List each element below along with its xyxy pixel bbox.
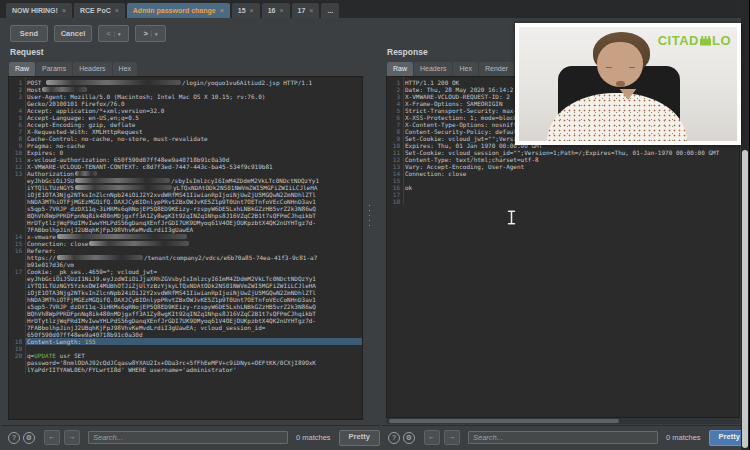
code-line: eyJhbGciOiJSUzI1NiJ9.eyJzdWIiOiJjaXRhZGV… (9, 275, 362, 282)
request-tab-raw[interactable]: Raw (9, 62, 35, 76)
response-tab-hex[interactable]: Hex (453, 62, 477, 76)
tab-label: 17 (298, 7, 306, 14)
gutter-divider (25, 77, 26, 373)
repeater-tab--[interactable]: ... (321, 3, 339, 18)
search-prev-button[interactable]: ← (44, 430, 60, 445)
presenter-eye (606, 67, 612, 69)
burp-repeater-window: NOW HIRING!×RCE PoC×Admin password chang… (0, 0, 750, 450)
close-icon[interactable]: × (309, 7, 313, 14)
code-line: b91e017d36/vm (9, 261, 362, 268)
request-status-bar: ? ⚙ ← → 0 matches Pretty (2, 425, 380, 449)
response-tab-headers[interactable]: Headers (414, 62, 452, 76)
prev-request-button[interactable]: <▾ (98, 25, 129, 42)
code-line: hNDA3MThiOTFjMGEzMGQifQ.OAXJCyBIOnlypPRv… (9, 296, 362, 303)
search-next-button[interactable]: → (64, 430, 80, 445)
repeater-tab-admin-password-change[interactable]: Admin password change× (127, 3, 230, 18)
code-line: 7FABbolhpJinjJ2UBqhKjFpJ98VhvKeMvdLrdiI3… (9, 324, 362, 331)
scrollbar-thumb[interactable] (742, 150, 748, 448)
code-line: 19 (9, 345, 362, 352)
code-line: 15 (387, 177, 739, 184)
chevron-down-icon[interactable]: ▾ (114, 31, 121, 37)
search-prev-button[interactable]: ← (424, 430, 440, 445)
redaction-blur (75, 171, 97, 176)
code-line: s5qp5-7VRJP_dzDX11q-3iHRMs6qRNojEP5Q8ED9… (9, 205, 362, 212)
code-line: lYaPdrIITYAWL0Eh/FYLwrtI8d' WHERE userna… (9, 366, 362, 373)
code-line: 3User-Agent: Mozilla/5.0 (Macintosh; Int… (9, 93, 362, 100)
code-line: BQhVh8WpPPRDFpnNq8ik480nMDjgxff3A1Zy8wgK… (9, 310, 362, 317)
castle-icon (700, 35, 711, 46)
redaction-blur (57, 255, 143, 260)
help-icon[interactable]: ? (388, 432, 400, 444)
send-button[interactable]: Send (10, 25, 48, 42)
request-pretty-button[interactable]: Pretty (339, 430, 380, 446)
next-label: > (144, 29, 148, 38)
repeater-tab-17[interactable]: 17× (292, 3, 320, 18)
repeater-tab-bar: NOW HIRING!×RCE PoC×Admin password chang… (0, 0, 750, 18)
code-line: 11Set-Cookie: vcloud_session_id="";Versi… (387, 149, 739, 156)
code-line: 17Cookie: _pk_ses..4659=*; vcloud_jwt= (9, 268, 362, 275)
cancel-button[interactable]: Cancel (54, 25, 92, 42)
response-panel-title: Response (387, 47, 428, 57)
repeater-tab-now-hiring-[interactable]: NOW HIRING!× (6, 3, 72, 18)
tab-label: ... (327, 7, 333, 14)
code-line: 5Accept-Language: en-US,en;q=0.5 (9, 114, 362, 121)
gear-icon[interactable]: ⚙ (23, 432, 35, 444)
code-line: 20q=UPDATE usr SET (9, 352, 362, 359)
repeater-tab-15[interactable]: 15× (232, 3, 260, 18)
request-tab-headers[interactable]: Headers (73, 62, 111, 76)
close-icon[interactable]: × (279, 7, 283, 14)
repeater-tab-16[interactable]: 16× (262, 3, 290, 18)
code-line: password='8nmlODAJ92cQdJCqasw8YXAU2Ix+OD… (9, 359, 362, 366)
request-tab-hex[interactable]: Hex (113, 62, 137, 76)
request-tab-params[interactable]: Params (36, 62, 72, 76)
next-request-button[interactable]: >▾ (135, 25, 166, 42)
code-line: 13Vary: Accept-Encoding, User-Agent (387, 163, 739, 170)
code-line: 2Host (9, 86, 362, 93)
gear-icon[interactable]: ⚙ (403, 432, 415, 444)
page-vertical-scrollbar[interactable] (741, 0, 750, 450)
tab-label: 16 (268, 7, 276, 14)
code-line: 1POST /login/yoquo1vu6Aitiud2.jsp HTTP/1… (9, 79, 362, 86)
response-editor-tabs: RawHeadersHexRender (387, 60, 515, 76)
code-line: iYTQlLTUzNGY5yLTQxNDAtODk2NS01NWVmZWI5MG… (9, 184, 362, 191)
redaction-blur (89, 241, 189, 246)
request-editor-tabs: RawParamsHeadersHex (9, 60, 138, 76)
panel-splitter-handle[interactable] (367, 203, 372, 227)
code-line: 12Content-Type: text/html;charset=utf-8 (387, 156, 739, 163)
code-line: 650f590d07ff48ee9a40718b91c0a30d (9, 331, 362, 338)
repeater-tab-rce-poc[interactable]: RCE PoC× (74, 3, 125, 18)
request-panel-title: Request (10, 47, 44, 57)
request-search-input[interactable] (88, 431, 288, 444)
request-editor[interactable]: 1POST /login/yoquo1vu6Aitiud2.jsp HTTP/1… (8, 76, 363, 420)
logo-text-suffix: LO (712, 33, 731, 48)
response-tab-raw[interactable]: Raw (387, 62, 413, 76)
logo-text-prefix: CITAD (658, 33, 699, 48)
request-raw-text[interactable]: 1POST /login/yoquo1vu6Aitiud2.jsp HTTP/1… (9, 77, 362, 373)
redaction-blur (75, 178, 170, 183)
text-cursor-icon (507, 210, 516, 229)
tab-label: NOW HIRING! (12, 7, 58, 14)
request-match-count: 0 matches (296, 433, 331, 442)
code-line: 11x-vcloud-authorization: 650f590d07ff48… (9, 156, 362, 163)
response-tab-render[interactable]: Render (479, 62, 514, 76)
response-match-count: 0 matches (666, 433, 701, 442)
response-search-input[interactable] (468, 431, 658, 444)
scrollbar-thumb[interactable] (389, 419, 619, 423)
redaction-blur (57, 234, 187, 239)
code-line: https:///tenant/company2/vdcs/e6b70a85-7… (9, 254, 362, 261)
help-icon[interactable]: ? (8, 432, 20, 444)
chevron-down-icon[interactable]: ▾ (151, 31, 158, 37)
close-icon[interactable]: × (115, 7, 119, 14)
close-icon[interactable]: × (250, 7, 254, 14)
search-next-button[interactable]: → (444, 430, 460, 445)
code-line: Gecko/20100101 Firefox/76.0 (9, 100, 362, 107)
code-line: 14x-vmware (9, 233, 362, 240)
prev-label: < (107, 29, 111, 38)
response-horizontal-scrollbar[interactable] (386, 418, 740, 424)
close-icon[interactable]: × (220, 7, 224, 14)
code-line: 18 (387, 198, 739, 205)
code-line: eyJhbGciOiJSU/sbyIsImlzcyI6ImM4ZDdmM2VkL… (9, 177, 362, 184)
code-line: 8Cache-Control: no-cache, no-store, must… (9, 135, 362, 142)
tab-label: 15 (238, 7, 246, 14)
close-icon[interactable]: × (62, 7, 66, 14)
